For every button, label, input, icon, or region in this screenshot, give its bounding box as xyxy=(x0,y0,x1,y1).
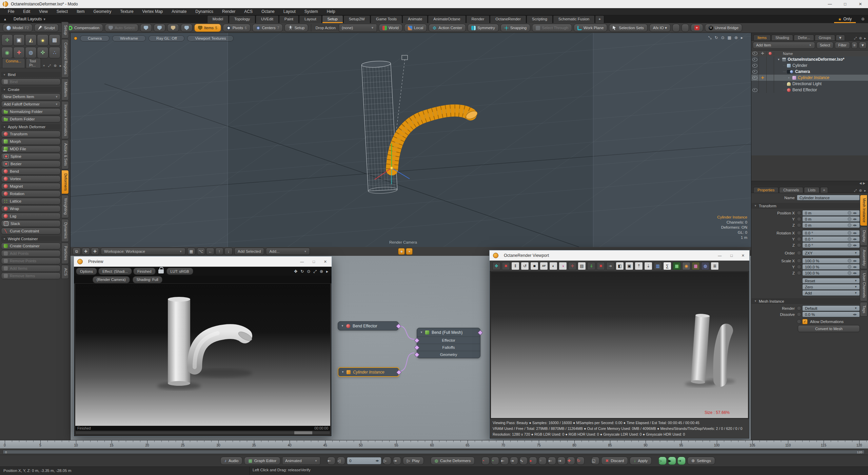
viewport-icon[interactable]: ▸ xyxy=(741,35,743,40)
snapshot-icon[interactable]: ▣ xyxy=(625,262,633,270)
channel-circle-icon[interactable] xyxy=(797,306,801,310)
viewport-option-button[interactable]: Camera xyxy=(80,35,110,41)
render-log-icon[interactable]: ≣ xyxy=(711,262,719,270)
envelope-circle-icon[interactable] xyxy=(848,237,851,241)
go-to-start-button[interactable]: ⇤ xyxy=(327,457,335,465)
menu-item[interactable]: Vertex Map xyxy=(138,9,167,14)
visibility-eye-icon[interactable] xyxy=(752,64,757,68)
items-tab[interactable]: Shading xyxy=(771,35,793,40)
octane-titlebar[interactable]: OctaneRender Viewport — □ ✕ xyxy=(490,250,749,261)
layout-tab[interactable]: Setup xyxy=(322,15,343,23)
viewport-icon[interactable]: ⤡ xyxy=(708,35,712,40)
layout-tab[interactable]: AnimateOctane xyxy=(428,15,466,23)
schematic-toggle[interactable]: ● xyxy=(406,248,413,255)
playback-action-button[interactable]: ▶ xyxy=(668,457,676,465)
close-button[interactable]: ✕ xyxy=(853,2,868,6)
channel-circle-icon[interactable] xyxy=(797,211,801,215)
panel-tab-icon[interactable]: + xyxy=(43,64,45,68)
list-options-icon[interactable]: ≡ xyxy=(851,42,857,49)
vertical-tab[interactable]: Tags xyxy=(860,302,867,317)
audio-button[interactable]: ♪Audio xyxy=(220,457,242,465)
tool-button[interactable]: ✚ xyxy=(13,47,25,58)
command-button[interactable]: Create xyxy=(1,87,61,92)
add-selected-button[interactable]: Add Selected xyxy=(234,248,264,255)
menu-item[interactable]: View xyxy=(35,9,52,14)
toolbar-button[interactable]: Afx IO ▾ xyxy=(649,24,671,32)
tool-button[interactable]: ✜ xyxy=(37,47,48,58)
save-image-icon[interactable]: ⇓ xyxy=(587,262,595,270)
command-button[interactable]: Bind xyxy=(1,72,61,77)
key-icon[interactable]: ⚬ xyxy=(538,457,547,465)
layout-tab[interactable]: Scripting xyxy=(527,15,553,23)
value-stepper[interactable]: ◀▶ xyxy=(853,232,857,234)
command-button[interactable]: Deform Folder xyxy=(1,116,61,122)
value-stepper[interactable]: ◀▶ xyxy=(853,266,857,268)
viewport-icon[interactable]: ▦ xyxy=(728,35,731,40)
toolbar-button[interactable]: ⚒ xyxy=(672,24,680,32)
next-frame-button[interactable]: ▷ xyxy=(383,457,391,465)
octane-render-image[interactable] xyxy=(491,272,748,418)
discard-button[interactable]: ✖Discard xyxy=(601,457,628,465)
toolbar-button[interactable]: Snapping xyxy=(500,24,531,32)
stop-render-icon[interactable]: ■ xyxy=(530,262,538,270)
channel-circle-icon[interactable] xyxy=(797,259,801,263)
menu-item[interactable]: Item xyxy=(72,9,89,14)
mesh-instance-section-header[interactable]: Mesh Instance xyxy=(751,298,860,304)
layout-tab[interactable]: Render xyxy=(466,15,490,23)
channel-circle-icon[interactable] xyxy=(797,243,801,247)
color-adjust-icon[interactable]: ◑ xyxy=(559,262,567,270)
send-scene-icon[interactable]: ⇡ xyxy=(635,262,643,270)
viewport-option-button[interactable]: Wireframe xyxy=(112,35,146,41)
command-button[interactable]: Curve Constraint xyxy=(1,228,61,234)
menu-item[interactable]: Edit xyxy=(19,9,35,14)
menu-item[interactable]: Help xyxy=(322,9,340,14)
graph-editor-button[interactable]: ▦Graph Editor xyxy=(244,457,280,465)
toolbar-button[interactable]: Setup xyxy=(284,24,308,32)
bent-cylinder-instance[interactable] xyxy=(392,109,479,169)
timeline-range-bar[interactable]: 0 120 xyxy=(3,450,865,454)
vertical-tab[interactable]: Inverse Kinematics xyxy=(61,101,69,139)
pause-render-icon[interactable]: ‖ xyxy=(511,262,519,270)
toolbar-button[interactable]: Action Center xyxy=(429,24,466,32)
vertical-tab[interactable]: ACS xyxy=(61,265,69,279)
vertical-tab[interactable]: Setup xyxy=(61,22,69,38)
layout-tab[interactable]: Game Tools xyxy=(371,15,402,23)
property-field[interactable]: 0.0 °◀▶▼ xyxy=(802,242,860,248)
value-stepper[interactable]: ◀▶ xyxy=(853,212,857,214)
node-input-row[interactable]: Geometry xyxy=(417,351,480,358)
preview-button[interactable]: (Render Camera) xyxy=(93,276,130,283)
value-stepper[interactable]: ◀▶ xyxy=(853,224,857,227)
name-column-header[interactable]: Name xyxy=(774,52,793,56)
command-button[interactable]: Bind xyxy=(1,78,61,85)
layouts-dropdown[interactable]: Default Layouts ▼ xyxy=(10,15,50,23)
palette-icon[interactable]: ▩ xyxy=(692,262,700,270)
gpu-device-icon[interactable]: ▦ xyxy=(673,262,681,270)
vertical-tab[interactable]: Dynamics xyxy=(61,219,69,242)
script-icon[interactable]: ∑ xyxy=(663,262,671,270)
toolbar-button[interactable]: World xyxy=(379,24,402,32)
command-button[interactable]: Remove Points xyxy=(1,258,61,264)
menu-item[interactable]: Select xyxy=(52,9,72,14)
channel-circle-icon[interactable] xyxy=(797,312,801,317)
command-button[interactable]: Create Container xyxy=(1,243,61,249)
preview-nav-icon[interactable]: ▸ xyxy=(326,269,328,274)
add-item-dropdown[interactable]: Add Item▼ xyxy=(753,42,815,49)
grid-layout-button[interactable]: ▦ xyxy=(187,248,195,255)
layout-tab[interactable]: Animate xyxy=(402,15,428,23)
properties-tab[interactable]: Properties xyxy=(753,187,778,193)
envelope-circle-icon[interactable] xyxy=(848,217,851,221)
panel-tab-icon[interactable]: ⊛ xyxy=(54,64,57,68)
timeline-ruler[interactable]: 0510152025303540455055606570758085909510… xyxy=(0,440,868,449)
vertical-tab[interactable]: Modifiers xyxy=(61,78,69,100)
property-field[interactable]: 0.0 °◀▶▼ xyxy=(802,230,860,236)
command-button[interactable]: Vortex xyxy=(1,175,61,182)
tool-button[interactable]: ◉ xyxy=(1,47,13,58)
command-button[interactable]: Bend xyxy=(1,168,61,175)
toolbar-button[interactable]: Auto Select xyxy=(105,24,138,32)
property-field[interactable]: 0 m◀▶▼ xyxy=(802,222,860,228)
maximize-button[interactable]: □ xyxy=(313,260,315,264)
item-row[interactable]: ✛ ⋯+Cylinder Instance xyxy=(751,75,868,81)
menu-item[interactable]: File xyxy=(3,9,19,14)
command-button[interactable]: Add Points xyxy=(1,250,61,257)
drop-action-dropdown[interactable]: (none)▼ xyxy=(339,24,377,32)
